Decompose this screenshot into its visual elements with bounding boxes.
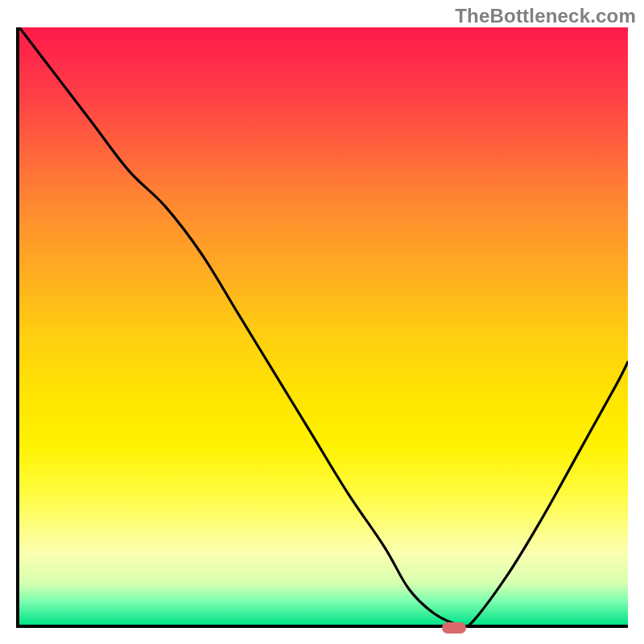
heat-gradient (19, 27, 628, 625)
plot-area (16, 27, 628, 628)
chart-container: TheBottleneck.com (0, 0, 644, 644)
optimal-marker (442, 622, 466, 634)
watermark-text: TheBottleneck.com (455, 5, 636, 27)
